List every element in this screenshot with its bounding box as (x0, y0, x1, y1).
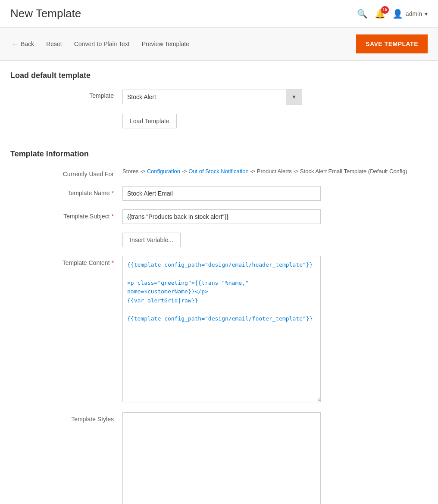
select-arrow-icon[interactable]: ▼ (286, 89, 302, 105)
load-template-button-wrap: Load Template (122, 114, 428, 128)
preview-button[interactable]: Preview Template (140, 37, 191, 51)
insert-variable-button[interactable]: Insert Variable... (122, 233, 181, 247)
back-button[interactable]: ← Back (10, 37, 36, 51)
preview-label: Preview Template (142, 40, 189, 47)
template-content-wrap (122, 256, 428, 404)
currently-used-text: Stores -> Configuration -> Out of Stock … (122, 167, 428, 176)
back-arrow-icon: ← (12, 40, 18, 47)
template-info-section: Template Information Currently Used For … (10, 149, 428, 504)
back-label: Back (21, 40, 34, 47)
reset-button[interactable]: Reset (44, 37, 64, 51)
template-subject-label: Template Subject* (10, 209, 122, 220)
out-of-stock-link[interactable]: Out of Stock Notification (188, 168, 248, 174)
template-content-label: Template Content* (10, 256, 122, 266)
template-info-section-title: Template Information (10, 149, 428, 159)
template-subject-wrap (122, 209, 321, 224)
load-template-section: Load default template Template Stock Ale… (10, 71, 428, 128)
required-star-subject: * (112, 213, 114, 220)
save-label: Save Template (366, 40, 418, 47)
header-right: 🔍 🔔 15 👤 admin ▾ (357, 9, 428, 19)
convert-button[interactable]: Convert to Plain Text (72, 37, 131, 51)
load-template-button-row: Load Template (10, 114, 428, 128)
save-button[interactable]: Save Template (356, 34, 428, 53)
template-subject-row: Template Subject* (10, 209, 428, 224)
section-divider (10, 139, 428, 139)
load-template-section-title: Load default template (10, 71, 428, 80)
insert-variable-row: Insert Variable... (10, 233, 428, 247)
user-menu[interactable]: 👤 admin ▾ (392, 9, 428, 19)
search-button[interactable]: 🔍 (357, 9, 368, 19)
required-star-content: * (112, 259, 114, 266)
required-star: * (112, 190, 114, 196)
template-select-wrap: Stock Alert ▼ (122, 89, 428, 105)
arrow1: -> (180, 168, 188, 174)
template-select-row: Template Stock Alert ▼ (10, 89, 428, 105)
chevron-down-icon: ▾ (425, 10, 428, 17)
template-select-container: Stock Alert ▼ (122, 89, 428, 105)
configuration-link[interactable]: Configuration (147, 168, 180, 174)
template-styles-label: Template Styles (10, 412, 122, 423)
user-icon: 👤 (392, 9, 403, 19)
currently-used-label: Currently Used For (10, 167, 122, 177)
notification-bell[interactable]: 🔔 15 (375, 9, 385, 19)
search-icon: 🔍 (357, 9, 368, 19)
template-name-input[interactable] (122, 186, 321, 201)
toolbar: ← Back Reset Convert to Plain Text Previ… (0, 27, 438, 61)
template-content-row: Template Content* (10, 256, 428, 404)
template-name-row: Template Name* (10, 186, 428, 201)
currently-used-suffix: -> Product Alerts -> Stock Alert Email T… (249, 168, 407, 174)
stores-text: Stores -> (122, 168, 147, 174)
template-content-textarea[interactable] (122, 256, 321, 402)
load-template-button[interactable]: Load Template (122, 114, 177, 128)
template-styles-textarea[interactable] (122, 412, 321, 504)
currently-used-row: Currently Used For Stores -> Configurati… (10, 167, 428, 177)
reset-label: Reset (46, 40, 62, 47)
currently-used-value: Stores -> Configuration -> Out of Stock … (122, 167, 428, 176)
notification-badge: 15 (381, 6, 389, 14)
top-header: New Template 🔍 🔔 15 👤 admin ▾ (0, 0, 438, 27)
template-styles-wrap (122, 412, 428, 504)
load-template-button-spacer (10, 114, 122, 117)
main-content: Load default template Template Stock Ale… (0, 61, 438, 504)
template-subject-input[interactable] (122, 209, 321, 224)
page-title: New Template (10, 7, 81, 20)
template-name-label: Template Name* (10, 186, 122, 196)
convert-label: Convert to Plain Text (74, 40, 130, 47)
template-styles-row: Template Styles (10, 412, 428, 504)
insert-variable-spacer (10, 233, 122, 236)
template-select-label: Template (10, 89, 122, 99)
template-select[interactable]: Stock Alert (122, 90, 286, 104)
template-name-wrap (122, 186, 321, 201)
insert-variable-wrap: Insert Variable... (122, 233, 428, 247)
user-name: admin (406, 10, 422, 17)
